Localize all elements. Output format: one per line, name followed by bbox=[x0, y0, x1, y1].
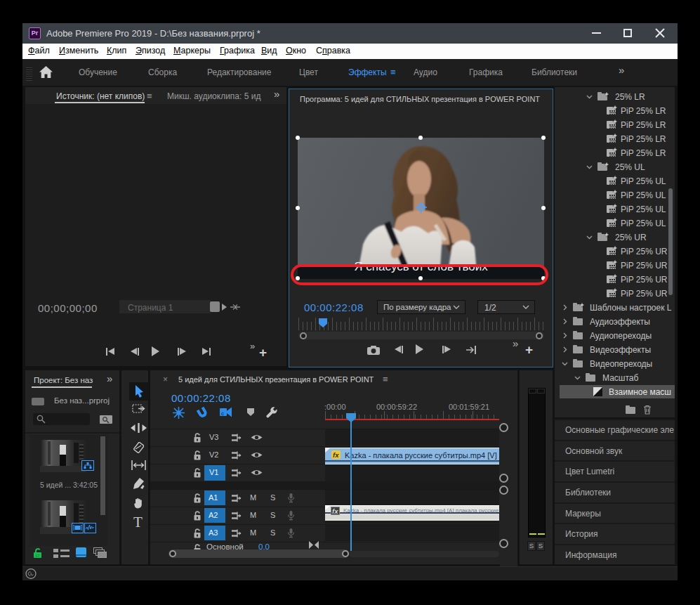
svg-text:c: c bbox=[221, 410, 224, 417]
svg-text:17: 17 bbox=[35, 554, 40, 558]
